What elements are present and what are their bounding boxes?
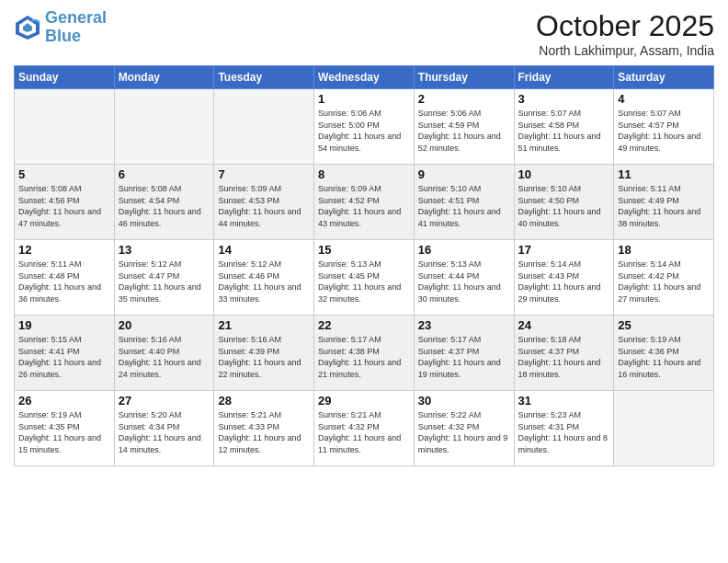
day-number: 22 [318,318,410,332]
day-number: 13 [119,243,210,257]
cell-info: Sunrise: 5:10 AM Sunset: 4:50 PM Dayligh… [518,183,610,229]
weekday-header: Saturday [614,66,714,89]
cell-info: Sunrise: 5:06 AM Sunset: 5:00 PM Dayligh… [318,108,410,154]
calendar-week-row: 5Sunrise: 5:08 AM Sunset: 4:56 PM Daylig… [15,165,714,240]
cell-info: Sunrise: 5:18 AM Sunset: 4:37 PM Dayligh… [518,334,610,380]
logo-line2: Blue [45,27,81,45]
day-number: 7 [218,167,310,181]
cell-info: Sunrise: 5:08 AM Sunset: 4:54 PM Dayligh… [119,183,210,229]
calendar-week-row: 26Sunrise: 5:19 AM Sunset: 4:35 PM Dayli… [15,391,714,466]
calendar-cell: 29Sunrise: 5:21 AM Sunset: 4:32 PM Dayli… [314,391,415,466]
day-number: 12 [18,243,110,257]
calendar-cell: 17Sunrise: 5:14 AM Sunset: 4:43 PM Dayli… [514,240,614,316]
cell-info: Sunrise: 5:12 AM Sunset: 4:47 PM Dayligh… [119,259,210,304]
calendar-cell: 15Sunrise: 5:13 AM Sunset: 4:45 PM Dayli… [314,240,415,316]
calendar-cell: 10Sunrise: 5:10 AM Sunset: 4:50 PM Dayli… [514,165,614,240]
day-number: 2 [418,92,510,106]
weekday-header: Friday [514,66,614,89]
weekday-header: Tuesday [214,66,314,89]
day-number: 21 [218,318,310,332]
day-number: 6 [119,167,210,181]
calendar-cell: 2Sunrise: 5:06 AM Sunset: 4:59 PM Daylig… [414,89,514,165]
cell-info: Sunrise: 5:22 AM Sunset: 4:32 PM Dayligh… [418,409,510,455]
title-section: October 2025 North Lakhimpur, Assam, Ind… [536,9,714,58]
cell-info: Sunrise: 5:21 AM Sunset: 4:32 PM Dayligh… [318,409,410,455]
page: General Blue October 2025 North Lakhimpu… [0,0,728,563]
cell-info: Sunrise: 5:14 AM Sunset: 4:43 PM Dayligh… [518,259,610,304]
day-number: 20 [119,318,210,332]
calendar-cell [614,391,714,466]
calendar-cell: 7Sunrise: 5:09 AM Sunset: 4:53 PM Daylig… [214,165,314,240]
cell-info: Sunrise: 5:13 AM Sunset: 4:44 PM Dayligh… [418,259,510,304]
cell-info: Sunrise: 5:21 AM Sunset: 4:33 PM Dayligh… [218,409,310,455]
calendar-cell: 6Sunrise: 5:08 AM Sunset: 4:54 PM Daylig… [114,165,214,240]
calendar-cell: 18Sunrise: 5:14 AM Sunset: 4:42 PM Dayli… [614,240,714,316]
day-number: 3 [518,92,610,106]
day-number: 28 [218,394,310,408]
cell-info: Sunrise: 5:17 AM Sunset: 4:37 PM Dayligh… [418,334,510,380]
cell-info: Sunrise: 5:07 AM Sunset: 4:58 PM Dayligh… [518,108,610,154]
day-number: 1 [318,92,410,106]
calendar-cell: 20Sunrise: 5:16 AM Sunset: 4:40 PM Dayli… [114,316,214,391]
day-number: 30 [418,394,510,408]
day-number: 14 [218,243,310,257]
logo-line1: General [45,8,107,27]
calendar-cell: 3Sunrise: 5:07 AM Sunset: 4:58 PM Daylig… [514,89,614,165]
cell-info: Sunrise: 5:12 AM Sunset: 4:46 PM Dayligh… [218,259,310,304]
day-number: 9 [418,167,510,181]
weekday-header: Sunday [15,66,115,89]
cell-info: Sunrise: 5:06 AM Sunset: 4:59 PM Dayligh… [418,108,510,154]
cell-info: Sunrise: 5:19 AM Sunset: 4:35 PM Dayligh… [18,409,110,455]
cell-info: Sunrise: 5:11 AM Sunset: 4:48 PM Dayligh… [18,259,110,304]
day-number: 31 [518,394,610,408]
calendar-cell: 13Sunrise: 5:12 AM Sunset: 4:47 PM Dayli… [114,240,214,316]
calendar-week-row: 12Sunrise: 5:11 AM Sunset: 4:48 PM Dayli… [15,240,714,316]
day-number: 27 [119,394,210,408]
calendar-week-row: 19Sunrise: 5:15 AM Sunset: 4:41 PM Dayli… [15,316,714,391]
cell-info: Sunrise: 5:09 AM Sunset: 4:53 PM Dayligh… [218,183,310,229]
cell-info: Sunrise: 5:14 AM Sunset: 4:42 PM Dayligh… [618,259,710,304]
calendar-cell: 5Sunrise: 5:08 AM Sunset: 4:56 PM Daylig… [15,165,115,240]
calendar-cell: 1Sunrise: 5:06 AM Sunset: 5:00 PM Daylig… [314,89,415,165]
cell-info: Sunrise: 5:15 AM Sunset: 4:41 PM Dayligh… [18,334,110,380]
day-number: 4 [618,92,710,106]
calendar-cell: 22Sunrise: 5:17 AM Sunset: 4:38 PM Dayli… [314,316,415,391]
day-number: 16 [418,243,510,257]
logo-icon [14,14,41,41]
calendar-cell: 9Sunrise: 5:10 AM Sunset: 4:51 PM Daylig… [414,165,514,240]
day-number: 5 [18,167,110,181]
cell-info: Sunrise: 5:17 AM Sunset: 4:38 PM Dayligh… [318,334,410,380]
day-number: 18 [618,243,710,257]
cell-info: Sunrise: 5:08 AM Sunset: 4:56 PM Dayligh… [18,183,110,229]
day-number: 11 [618,167,710,181]
calendar-cell: 24Sunrise: 5:18 AM Sunset: 4:37 PM Dayli… [514,316,614,391]
day-number: 29 [318,394,410,408]
day-number: 17 [518,243,610,257]
cell-info: Sunrise: 5:09 AM Sunset: 4:52 PM Dayligh… [318,183,410,229]
weekday-header: Monday [114,66,214,89]
cell-info: Sunrise: 5:13 AM Sunset: 4:45 PM Dayligh… [318,259,410,304]
calendar: SundayMondayTuesdayWednesdayThursdayFrid… [14,65,714,466]
calendar-cell: 25Sunrise: 5:19 AM Sunset: 4:36 PM Dayli… [614,316,714,391]
logo-text: General Blue [45,9,107,46]
calendar-cell: 4Sunrise: 5:07 AM Sunset: 4:57 PM Daylig… [614,89,714,165]
day-number: 19 [18,318,110,332]
day-number: 26 [18,394,110,408]
cell-info: Sunrise: 5:11 AM Sunset: 4:49 PM Dayligh… [618,183,710,229]
day-number: 24 [518,318,610,332]
weekday-header: Thursday [414,66,514,89]
calendar-cell: 12Sunrise: 5:11 AM Sunset: 4:48 PM Dayli… [15,240,115,316]
calendar-cell [15,89,115,165]
cell-info: Sunrise: 5:10 AM Sunset: 4:51 PM Dayligh… [418,183,510,229]
calendar-cell: 19Sunrise: 5:15 AM Sunset: 4:41 PM Dayli… [15,316,115,391]
cell-info: Sunrise: 5:16 AM Sunset: 4:39 PM Dayligh… [218,334,310,380]
location: North Lakhimpur, Assam, India [536,43,714,58]
calendar-cell: 21Sunrise: 5:16 AM Sunset: 4:39 PM Dayli… [214,316,314,391]
calendar-cell [214,89,314,165]
calendar-cell: 26Sunrise: 5:19 AM Sunset: 4:35 PM Dayli… [15,391,115,466]
logo: General Blue [14,9,107,46]
header: General Blue October 2025 North Lakhimpu… [14,9,714,58]
cell-info: Sunrise: 5:16 AM Sunset: 4:40 PM Dayligh… [119,334,210,380]
calendar-cell: 11Sunrise: 5:11 AM Sunset: 4:49 PM Dayli… [614,165,714,240]
calendar-cell: 23Sunrise: 5:17 AM Sunset: 4:37 PM Dayli… [414,316,514,391]
